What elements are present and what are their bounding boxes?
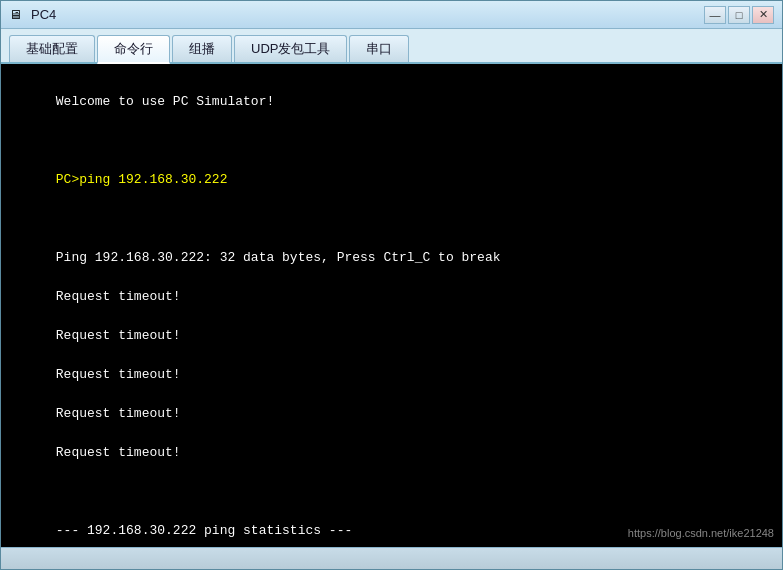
terminal-line-11: --- 192.168.30.222 ping statistics --- — [56, 523, 352, 538]
window-controls: — □ ✕ — [704, 6, 774, 24]
tab-basic-config[interactable]: 基础配置 — [9, 35, 95, 62]
window-icon: 🖥 — [9, 7, 25, 23]
terminal-line-7: Request timeout! — [56, 367, 181, 382]
close-button[interactable]: ✕ — [752, 6, 774, 24]
terminal-content: Welcome to use PC Simulator! PC>ping 192… — [9, 72, 774, 547]
tab-command-line[interactable]: 命令行 — [97, 35, 170, 64]
terminal-line-6: Request timeout! — [56, 328, 181, 343]
terminal-area[interactable]: Welcome to use PC Simulator! PC>ping 192… — [1, 64, 782, 547]
title-bar-left: 🖥 PC4 — [9, 7, 56, 23]
terminal-line-9: Request timeout! — [56, 445, 181, 460]
status-bar — [1, 547, 782, 569]
tab-udp-tool[interactable]: UDP发包工具 — [234, 35, 347, 62]
terminal-line-4: Ping 192.168.30.222: 32 data bytes, Pres… — [56, 250, 501, 265]
tab-multicast[interactable]: 组播 — [172, 35, 232, 62]
terminal-line-0: Welcome to use PC Simulator! — [56, 94, 274, 109]
minimize-button[interactable]: — — [704, 6, 726, 24]
main-window: 🖥 PC4 — □ ✕ 基础配置 命令行 组播 UDP发包工具 串口 Welco… — [0, 0, 783, 570]
maximize-button[interactable]: □ — [728, 6, 750, 24]
terminal-line-2: PC>ping 192.168.30.222 — [56, 172, 228, 187]
terminal-line-5: Request timeout! — [56, 289, 181, 304]
tab-bar: 基础配置 命令行 组播 UDP发包工具 串口 — [1, 29, 782, 64]
window-title: PC4 — [31, 7, 56, 22]
title-bar: 🖥 PC4 — □ ✕ — [1, 1, 782, 29]
tab-serial[interactable]: 串口 — [349, 35, 409, 62]
watermark: https://blog.csdn.net/ike21248 — [628, 527, 774, 539]
terminal-line-8: Request timeout! — [56, 406, 181, 421]
